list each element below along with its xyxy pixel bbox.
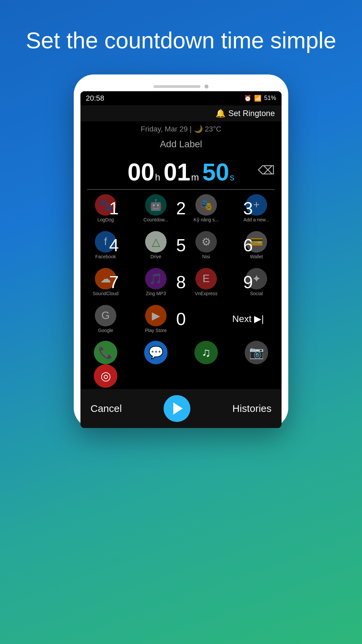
phone-top bbox=[80, 81, 282, 91]
phone-mockup: 20:58 ⏰ 📶 51% 🔔 Set Ringtone Friday, Mar… bbox=[74, 74, 288, 428]
seconds-segment: 50 s bbox=[202, 158, 235, 186]
bell-icon: 🔔 bbox=[216, 109, 226, 118]
bottom-bar: Cancel Histories bbox=[80, 389, 282, 428]
numpad-3[interactable]: 3 bbox=[215, 190, 282, 227]
phone-screen: 20:58 ⏰ 📶 51% 🔔 Set Ringtone Friday, Mar… bbox=[80, 91, 282, 428]
numpad-9[interactable]: 9 bbox=[215, 264, 282, 301]
numpad-area: 🐾LogDog🤖Countdow...🎭Kỹ năng s...+Add a n… bbox=[80, 190, 282, 337]
date-weather: Friday, Mar 29 | 🌙 23°C bbox=[80, 121, 282, 137]
seconds-value: 50 bbox=[202, 158, 229, 186]
dock-icon-messages[interactable]: 💬 bbox=[131, 341, 181, 364]
next-button[interactable]: Next ▶| bbox=[215, 301, 282, 337]
cancel-button[interactable]: Cancel bbox=[90, 403, 122, 414]
numpad-6[interactable]: 6 bbox=[215, 227, 282, 264]
hours-segment: 00 h bbox=[127, 158, 160, 186]
status-time: 20:58 bbox=[86, 94, 104, 103]
dock-icon-camera[interactable]: 📷 bbox=[231, 341, 282, 364]
set-ringtone-button[interactable]: 🔔 Set Ringtone bbox=[87, 109, 275, 118]
minutes-unit: m bbox=[191, 172, 199, 183]
dock-icon-chrome[interactable]: ◎ bbox=[80, 364, 131, 388]
play-icon bbox=[173, 402, 183, 415]
status-icons: ⏰ 📶 51% bbox=[244, 95, 276, 102]
speaker-grill bbox=[154, 85, 200, 88]
app-header: 🔔 Set Ringtone bbox=[80, 105, 282, 121]
hours-unit: h bbox=[155, 172, 161, 183]
histories-button[interactable]: Histories bbox=[232, 403, 272, 414]
hero-title: Set the countdown time simple bbox=[6, 0, 356, 68]
minutes-value: 01 bbox=[164, 158, 190, 186]
timer-display: 00 h 01 m 50 s ⌫ bbox=[80, 152, 282, 189]
numpad-grid: 1 2 3 4 5 6 7 8 9 0 Next ▶| bbox=[80, 190, 282, 337]
next-label: Next ▶| bbox=[232, 313, 264, 324]
backspace-button[interactable]: ⌫ bbox=[258, 163, 275, 177]
seconds-unit: s bbox=[230, 172, 235, 183]
battery-text: 51% bbox=[264, 95, 276, 102]
hours-value: 00 bbox=[127, 158, 154, 186]
numpad-1[interactable]: 1 bbox=[80, 190, 147, 227]
numpad-2[interactable]: 2 bbox=[147, 190, 215, 227]
front-camera bbox=[204, 85, 208, 89]
numpad-4[interactable]: 4 bbox=[80, 227, 147, 264]
status-bar: 20:58 ⏰ 📶 51% bbox=[80, 91, 282, 105]
dock-icon-phone[interactable]: 📞 bbox=[80, 341, 131, 364]
add-label[interactable]: Add Label bbox=[80, 137, 282, 152]
numpad-7[interactable]: 7 bbox=[80, 264, 147, 301]
dock-icon-spotify[interactable]: ♫ bbox=[181, 341, 231, 364]
play-button[interactable] bbox=[164, 395, 190, 422]
set-ringtone-label: Set Ringtone bbox=[228, 109, 275, 118]
numpad-8[interactable]: 8 bbox=[147, 264, 215, 301]
numpad-empty-left bbox=[80, 301, 147, 337]
numpad-5[interactable]: 5 bbox=[147, 227, 215, 264]
alarm-icon: ⏰ bbox=[244, 95, 251, 102]
minutes-segment: 01 m bbox=[164, 158, 199, 186]
signal-icon: 📶 bbox=[254, 95, 261, 102]
bottom-dock: 📞💬♫📷◎ bbox=[80, 337, 282, 389]
numpad-0[interactable]: 0 bbox=[147, 301, 215, 337]
